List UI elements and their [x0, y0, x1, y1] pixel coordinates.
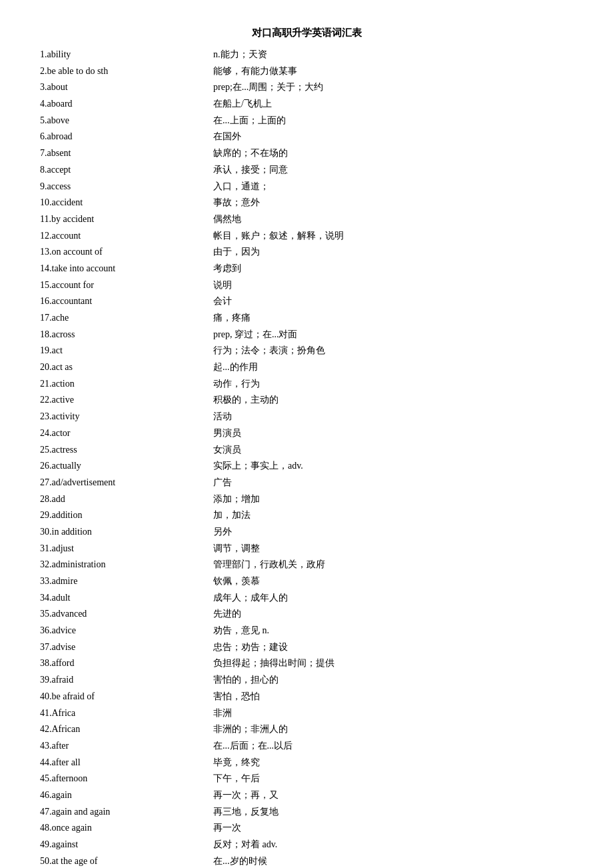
vocab-row: 9.access入口，通道；: [40, 179, 573, 194]
vocab-term: 41.Africa: [40, 706, 213, 721]
vocab-row: 11.by accident偶然地: [40, 212, 573, 227]
vocab-row: 44.after all毕竟，终究: [40, 755, 573, 770]
vocab-def: 承认，接受；同意: [213, 163, 573, 177]
vocab-term: 17.ache: [40, 311, 213, 325]
vocab-row: 31.adjust调节，调整: [40, 541, 573, 556]
vocab-row: 10.accident事故；意外: [40, 195, 573, 210]
vocab-term: 5.above: [40, 113, 213, 128]
vocab-def: 在国外: [213, 129, 573, 144]
vocab-term: 25.actress: [40, 443, 213, 457]
vocab-row: 33.admire钦佩，羡慕: [40, 574, 573, 589]
vocab-term: 40.be afraid of: [40, 689, 213, 704]
vocab-term: 34.adult: [40, 591, 213, 605]
vocab-row: 48.once again再一次: [40, 821, 573, 835]
vocab-term: 38.afford: [40, 656, 213, 671]
vocab-row: 19.act行为；法令；表演；扮角色: [40, 343, 573, 358]
vocab-row: 8.accept承认，接受；同意: [40, 163, 573, 177]
vocab-term: 42.African: [40, 722, 213, 737]
vocab-term: 13.on account of: [40, 245, 213, 259]
vocab-row: 35.advanced先进的: [40, 607, 573, 621]
vocab-def: 起...的作用: [213, 360, 573, 375]
vocab-term: 29.addition: [40, 508, 213, 523]
vocab-row: 1.abilityn.能力；天资: [40, 47, 573, 62]
vocab-term: 31.adjust: [40, 541, 213, 556]
vocab-row: 34.adult成年人；成年人的: [40, 591, 573, 605]
vocab-row: 7.absent缺席的；不在场的: [40, 146, 573, 161]
vocab-def: 再一次；再，又: [213, 788, 573, 803]
vocab-row: 4.aboard在船上/飞机上: [40, 97, 573, 111]
vocab-row: 42.African非洲的；非洲人的: [40, 722, 573, 737]
vocab-term: 10.accident: [40, 195, 213, 210]
vocab-term: 22.active: [40, 393, 213, 407]
vocab-def: 害怕，恐怕: [213, 689, 573, 704]
vocab-row: 49.against反对；对着 adv.: [40, 837, 573, 852]
vocab-row: 23.activity活动: [40, 409, 573, 424]
vocab-def: 能够，有能力做某事: [213, 64, 573, 79]
vocab-term: 8.accept: [40, 163, 213, 177]
vocab-row: 14.take into account考虑到: [40, 261, 573, 276]
vocab-term: 26.actually: [40, 459, 213, 473]
vocab-row: 25.actress女演员: [40, 443, 573, 457]
vocab-def: 害怕的，担心的: [213, 673, 573, 687]
vocab-def: 在船上/飞机上: [213, 97, 573, 111]
vocab-term: 43.after: [40, 739, 213, 753]
vocab-def: 毕竟，终究: [213, 755, 573, 770]
vocab-def: 成年人；成年人的: [213, 591, 573, 605]
vocab-def: 事故；意外: [213, 195, 573, 210]
vocab-term: 35.advanced: [40, 607, 213, 621]
vocab-term: 39.afraid: [40, 673, 213, 687]
vocab-term: 30.in addition: [40, 525, 213, 539]
vocab-row: 3.aboutprep;在...周围；关于；大约: [40, 80, 573, 95]
vocab-def: 活动: [213, 409, 573, 424]
vocab-row: 36.advice劝告，意见 n.: [40, 623, 573, 638]
vocab-term: 21.action: [40, 377, 213, 391]
vocab-def: 在...岁的时候: [213, 854, 573, 868]
vocab-def: 负担得起；抽得出时间；提供: [213, 656, 573, 671]
vocab-def: 缺席的；不在场的: [213, 146, 573, 161]
vocab-def: 加，加法: [213, 508, 573, 523]
vocab-row: 27.ad/advertisement广告: [40, 475, 573, 490]
vocab-term: 24.actor: [40, 426, 213, 441]
vocab-row: 32.administration管理部门，行政机关，政府: [40, 557, 573, 572]
vocab-def: 广告: [213, 475, 573, 490]
vocab-def: 偶然地: [213, 212, 573, 227]
vocab-term: 48.once again: [40, 821, 213, 835]
vocab-def: 入口，通道；: [213, 179, 573, 194]
vocab-term: 11.by accident: [40, 212, 213, 227]
vocab-def: 考虑到: [213, 261, 573, 276]
vocab-row: 16.accountant会计: [40, 294, 573, 309]
vocab-term: 3.about: [40, 80, 213, 95]
vocab-term: 9.access: [40, 179, 213, 194]
vocab-def: 调节，调整: [213, 541, 573, 556]
vocab-def: 帐目，账户；叙述，解释，说明: [213, 229, 573, 243]
vocab-def: 男演员: [213, 426, 573, 441]
vocab-def: 在...后面；在...以后: [213, 739, 573, 753]
vocab-row: 50.at the age of在...岁的时候: [40, 854, 573, 868]
vocab-def: 劝告，意见 n.: [213, 623, 573, 638]
vocab-term: 37.advise: [40, 640, 213, 655]
vocab-term: 4.aboard: [40, 97, 213, 111]
vocab-row: 46.again再一次；再，又: [40, 788, 573, 803]
vocab-term: 2.be able to do sth: [40, 64, 213, 79]
vocab-def: 非洲: [213, 706, 573, 721]
vocab-term: 12.account: [40, 229, 213, 243]
vocab-def: 在...上面；上面的: [213, 113, 573, 128]
vocab-row: 43.after在...后面；在...以后: [40, 739, 573, 753]
vocab-term: 28.add: [40, 492, 213, 507]
vocab-table: 1.abilityn.能力；天资2.be able to do sth能够，有能…: [40, 47, 573, 868]
vocab-row: 18.acrossprep, 穿过；在...对面: [40, 327, 573, 342]
vocab-term: 33.admire: [40, 574, 213, 589]
vocab-def: prep;在...周围；关于；大约: [213, 80, 573, 95]
vocab-term: 1.ability: [40, 47, 213, 62]
vocab-row: 5.above在...上面；上面的: [40, 113, 573, 128]
vocab-row: 45.afternoon下午，午后: [40, 771, 573, 786]
vocab-term: 47.again and again: [40, 805, 213, 819]
vocab-def: 先进的: [213, 607, 573, 621]
vocab-term: 27.ad/advertisement: [40, 475, 213, 490]
vocab-term: 20.act as: [40, 360, 213, 375]
vocab-row: 22.active积极的，主动的: [40, 393, 573, 407]
vocab-def: 管理部门，行政机关，政府: [213, 557, 573, 572]
vocab-term: 6.abroad: [40, 129, 213, 144]
vocab-row: 2.be able to do sth能够，有能力做某事: [40, 64, 573, 79]
vocab-term: 36.advice: [40, 623, 213, 638]
